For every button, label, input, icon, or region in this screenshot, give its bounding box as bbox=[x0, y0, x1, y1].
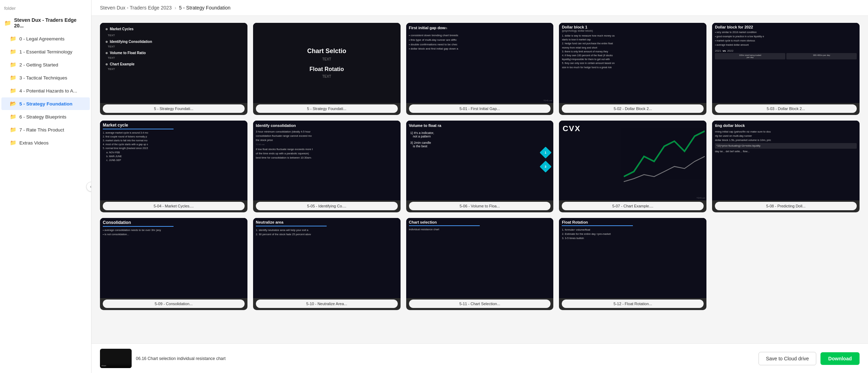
video-card-v3[interactable]: 01:14 First initial gap down • consisten… bbox=[406, 23, 554, 115]
folder-icon: 📁 bbox=[10, 140, 17, 146]
video-label: 5-01 - First Initial Gap... bbox=[409, 104, 551, 113]
sidebar-item-strategy-foundation[interactable]: 📂5 - Strategy Foundation bbox=[1, 97, 90, 110]
folder-icon: 📁 bbox=[4, 20, 11, 26]
video-thumbnail: Market Cycles TEXT Identifying Consolida… bbox=[100, 23, 247, 103]
breadcrumb-separator: › bbox=[175, 5, 176, 11]
sidebar-item-blueprints[interactable]: 📁6 - Strategy Blueprints bbox=[1, 110, 90, 123]
video-label: 5 - Strategy Foundati... bbox=[103, 104, 245, 113]
video-grid: Market Cycles TEXT Identifying Consolida… bbox=[100, 23, 860, 310]
video-label: 5-08 - Predicting Doll... bbox=[715, 202, 857, 210]
video-thumbnail: 01:30 CVX TD45.set bbox=[559, 121, 706, 201]
sidebar-item-extras[interactable]: 📁Extras Videos bbox=[1, 136, 90, 149]
sidebar: folder 📁 Steven Dux - Traders Edge 20...… bbox=[0, 0, 92, 373]
video-thumbnail: 11:31 Dollar block 1 (psychology dollar … bbox=[559, 23, 706, 103]
sidebar-back[interactable]: folder bbox=[0, 0, 91, 14]
video-thumbnail: 02:25 Consolidation • average consolidat… bbox=[100, 218, 247, 298]
sidebar-item-getting-started[interactable]: 📁2 - Getting Started bbox=[1, 58, 90, 71]
sidebar-collapse-button[interactable]: « bbox=[86, 182, 92, 192]
video-label: 5-03 - Dollar Block 2... bbox=[715, 104, 857, 113]
video-label: 5-10 - Neutralize Area... bbox=[256, 300, 398, 308]
video-card-v10[interactable]: 06:22 ting dollar block rming initial ca… bbox=[712, 121, 860, 213]
video-thumbnail: 06:29 Dollar block for 2022 • very simil… bbox=[712, 23, 860, 103]
video-thumbnail: 06:24 Neutralize area 1. identify neutra… bbox=[253, 218, 401, 298]
video-card-v7[interactable]: 07:38 Identify consolidation 3 hour mini… bbox=[253, 121, 401, 213]
video-card-v13[interactable]: 06:16 Chart selection individual resista… bbox=[406, 218, 554, 310]
video-thumbnail: 01:14 First initial gap down • consisten… bbox=[406, 23, 554, 103]
bottom-thumb: chart bbox=[100, 349, 132, 368]
sidebar-item-rate[interactable]: 📁7 - Rate This Product bbox=[1, 123, 90, 136]
video-label: 5-02 - Dollar Block 2... bbox=[562, 104, 704, 113]
save-to-cloud-button[interactable]: Save to Cloud drive bbox=[759, 352, 816, 365]
main-content: Steven Dux - Traders Edge 2023 › 5 - Str… bbox=[92, 0, 868, 373]
video-grid-area: Market Cycles TEXT Identifying Consolida… bbox=[92, 16, 868, 343]
video-thumbnail: 07:38 Identify consolidation 3 hour mini… bbox=[253, 121, 401, 201]
video-card-v2[interactable]: Chart SelctioTEXT Float Rotatio TEXT 5 -… bbox=[253, 23, 401, 115]
folder-icon: 📂 bbox=[10, 101, 17, 107]
folder-icon: 📁 bbox=[10, 75, 17, 81]
breadcrumb-current: 5 - Strategy Foundation bbox=[179, 5, 231, 11]
video-label: 5-05 - Identifying Co.... bbox=[256, 202, 398, 210]
folder-icon: 📁 bbox=[10, 114, 17, 120]
breadcrumb: Steven Dux - Traders Edge 2023 › 5 - Str… bbox=[92, 0, 868, 16]
sidebar-item-essential[interactable]: 📁1 - Essential Terminology bbox=[1, 45, 90, 58]
video-card-v9[interactable]: 01:30 CVX TD45.set 5-07 - Chart Example.… bbox=[559, 121, 706, 213]
folder-icon: 📁 bbox=[10, 127, 17, 133]
video-card-v12[interactable]: 06:24 Neutralize area 1. identify neutra… bbox=[253, 218, 401, 310]
video-label: 5-12 - Float Rotation... bbox=[562, 300, 704, 308]
sidebar-item-tactical[interactable]: 📁3 - Tactical Techniques bbox=[1, 71, 90, 84]
video-label: 5-07 - Chart Example.... bbox=[562, 202, 704, 210]
bottom-thumb-inner: chart bbox=[100, 363, 132, 368]
video-card-v4[interactable]: 11:31 Dollar block 1 (psychology dollar … bbox=[559, 23, 706, 115]
video-thumbnail: 06:22 ting dollar block rming initial ca… bbox=[712, 121, 860, 201]
video-thumbnail: 05:30 Float Rotation 1. formula= volume/… bbox=[559, 218, 706, 298]
bottom-bar: chart 06.16 Chart selection individual r… bbox=[92, 343, 868, 373]
video-label: 5-09 - Consolidation... bbox=[103, 300, 245, 308]
video-thumbnail: 06:16 Chart selection individual resista… bbox=[406, 218, 554, 298]
video-card-v6[interactable]: 08:52 Market cycle 1. average market cyc… bbox=[100, 121, 247, 213]
sidebar-item-legal[interactable]: 📁0 - Legal Agreements bbox=[1, 32, 90, 45]
video-thumbnail: 02:45 Volume to float ra 1) It's a indic… bbox=[406, 121, 554, 201]
video-card-v11[interactable]: 02:25 Consolidation • average consolidat… bbox=[100, 218, 247, 310]
video-label: 5-06 - Volume to Floa... bbox=[409, 202, 551, 210]
folder-icon: 📁 bbox=[10, 88, 17, 94]
video-card-v8[interactable]: 02:45 Volume to float ra 1) It's a indic… bbox=[406, 121, 554, 213]
video-thumbnail: Chart SelctioTEXT Float Rotatio TEXT bbox=[253, 23, 401, 103]
video-card-v5[interactable]: 06:29 Dollar block for 2022 • very simil… bbox=[712, 23, 860, 115]
sidebar-main-folder[interactable]: 📁 Steven Dux - Traders Edge 20... bbox=[0, 14, 91, 32]
download-button[interactable]: Download bbox=[820, 352, 860, 365]
video-label: 5 - Strategy Foundati... bbox=[256, 104, 398, 113]
folder-icon: 📁 bbox=[10, 62, 17, 68]
folder-icon: 📁 bbox=[10, 49, 17, 55]
bottom-title: 06.16 Chart selection individual resista… bbox=[136, 356, 226, 361]
video-card-v1[interactable]: Market Cycles TEXT Identifying Consolida… bbox=[100, 23, 247, 115]
video-card-v14[interactable]: 05:30 Float Rotation 1. formula= volume/… bbox=[559, 218, 706, 310]
video-thumbnail: 08:52 Market cycle 1. average market cyc… bbox=[100, 121, 247, 201]
folder-icon: 📁 bbox=[10, 36, 17, 42]
sidebar-items-list: 📁0 - Legal Agreements📁1 - Essential Term… bbox=[0, 32, 91, 149]
video-label: 5-04 - Market Cycles.... bbox=[103, 202, 245, 210]
sidebar-item-hazards[interactable]: 📁4 - Potential Hazards to A... bbox=[1, 84, 90, 97]
bottom-preview: chart 06.16 Chart selection individual r… bbox=[100, 349, 754, 368]
video-label: 5-11 - Chart Selection... bbox=[409, 300, 551, 308]
breadcrumb-parent[interactable]: Steven Dux - Traders Edge 2023 bbox=[100, 5, 172, 11]
